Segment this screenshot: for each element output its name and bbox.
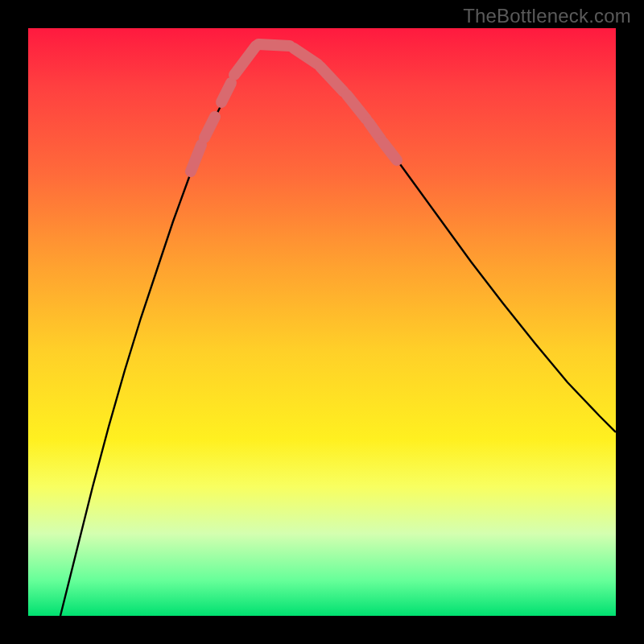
watermark-text: TheBottleneck.com bbox=[463, 5, 631, 27]
marker-segment bbox=[294, 48, 318, 64]
marker-segment bbox=[234, 46, 256, 75]
marker-segment bbox=[383, 142, 397, 160]
marker-segment bbox=[221, 83, 231, 102]
marker-segment bbox=[258, 44, 290, 46]
marker-layer bbox=[191, 44, 397, 171]
marker-segment bbox=[369, 122, 381, 139]
plot-area bbox=[28, 28, 616, 616]
chart-svg bbox=[28, 28, 616, 616]
marker-segment bbox=[191, 145, 201, 171]
marker-segment bbox=[320, 67, 344, 92]
bottleneck-curve bbox=[60, 43, 616, 616]
marker-segment bbox=[204, 117, 215, 138]
marker-segment bbox=[347, 95, 366, 119]
curve-layer bbox=[60, 43, 616, 616]
